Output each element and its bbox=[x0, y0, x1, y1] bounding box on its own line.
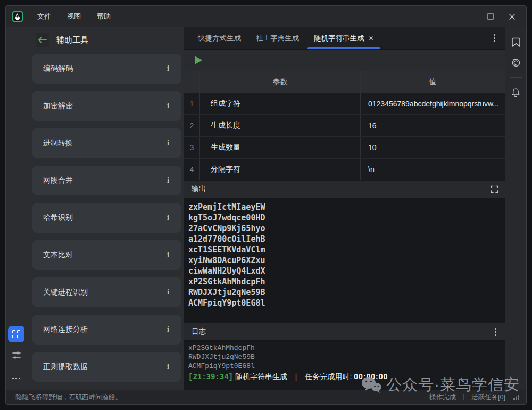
left-rail bbox=[6, 27, 27, 390]
tab-close-icon[interactable]: ✕ bbox=[369, 35, 374, 42]
output-line: 27aCvCNp9Kj65hyo bbox=[188, 223, 505, 234]
back-button[interactable] bbox=[36, 33, 49, 47]
menu-view[interactable]: 视图 bbox=[61, 9, 87, 24]
tool-label: 网段合并 bbox=[43, 176, 73, 185]
active-tasks-counter: 活跃任务[0] bbox=[471, 393, 505, 402]
info-icon[interactable]: i bbox=[167, 176, 169, 185]
log-elapsed-label: 任务完成用时: bbox=[305, 372, 352, 381]
param-value-field[interactable]: \n bbox=[361, 159, 505, 180]
info-icon[interactable]: i bbox=[167, 139, 169, 147]
app-window: 文件 视图 帮助 bbox=[5, 5, 527, 405]
app-logo-flame-icon bbox=[12, 11, 23, 22]
info-icon[interactable]: i bbox=[167, 251, 169, 259]
param-value-field[interactable]: 0123456789abcdefghijklmnopqrstuvw... bbox=[361, 93, 505, 114]
log-timestamp: [21:39:34] bbox=[188, 373, 233, 381]
output-line: ACMFpiqY9pt0EG8l bbox=[188, 298, 505, 308]
param-name: 分隔字符 bbox=[200, 159, 361, 180]
table-row: 4 分隔字符 \n bbox=[184, 158, 505, 180]
log-pane-header: 日志 bbox=[184, 323, 505, 341]
info-icon[interactable]: i bbox=[167, 363, 169, 371]
output-line: xyiNw8DAcuP6XZxu bbox=[188, 255, 505, 266]
output-textarea[interactable]: zxPemjIctMIaeyEW kgT5oJ7wdqce00HD 27aCvC… bbox=[184, 198, 505, 323]
tool-label: 进制转换 bbox=[43, 138, 73, 148]
param-value-field[interactable]: 10 bbox=[361, 137, 505, 158]
info-icon[interactable]: i bbox=[167, 288, 169, 297]
tool-label: 哈希识别 bbox=[43, 213, 73, 223]
tool-label: 加密解密 bbox=[43, 101, 73, 111]
tab-label: 社工字典生成 bbox=[256, 34, 299, 43]
log-menu-icon[interactable] bbox=[493, 326, 498, 338]
row-index: 4 bbox=[184, 159, 200, 180]
params-table-header: 参数 值 bbox=[184, 71, 505, 93]
param-name: 生成长度 bbox=[200, 115, 361, 136]
right-rail bbox=[505, 27, 526, 390]
output-line: ciwWaNH2UyQ4LxdX bbox=[188, 266, 505, 276]
main-content: 快捷方式生成 社工字典生成 随机字符串生成 ✕ bbox=[184, 27, 505, 390]
tool-card-encrypt-decrypt[interactable]: 加密解密 i bbox=[32, 91, 181, 121]
sliders-settings-button[interactable] bbox=[11, 349, 22, 361]
info-icon[interactable]: i bbox=[167, 214, 169, 222]
log-area: xP2SGtkAhMhdcpFh RWDJXJtju2qNe59B ACMFpi… bbox=[184, 341, 505, 390]
menubar: 文件 视图 帮助 bbox=[31, 9, 117, 24]
output-line: a12d7700cOilIehB bbox=[188, 234, 505, 244]
tool-card-subnet-merge[interactable]: 网段合并 i bbox=[32, 166, 181, 195]
tab-social-dict-generate[interactable]: 社工字典生成 bbox=[248, 27, 306, 49]
param-value-field[interactable]: 16 bbox=[361, 115, 505, 136]
tool-card-key-process[interactable]: 关键进程识别 i bbox=[32, 277, 181, 307]
tool-label: 网络连接分析 bbox=[43, 325, 88, 334]
log-line: RWDJXJtju2qNe59B bbox=[188, 352, 505, 362]
output-title: 输出 bbox=[192, 184, 206, 194]
tab-shortcut-generate[interactable]: 快捷方式生成 bbox=[190, 27, 248, 49]
stats-bars-icon[interactable] bbox=[513, 394, 520, 400]
menu-help[interactable]: 帮助 bbox=[91, 9, 117, 24]
log-line: ACMFpiqY9pt0EG8l bbox=[188, 362, 505, 371]
param-name: 生成数量 bbox=[200, 137, 361, 158]
apps-grid-button[interactable] bbox=[8, 326, 24, 342]
tools-panel-header: 辅助工具 bbox=[27, 27, 184, 53]
output-line: zxPemjIctMIaeyEW bbox=[188, 202, 505, 212]
tool-label: 编码解码 bbox=[43, 64, 73, 73]
info-icon[interactable]: i bbox=[167, 64, 169, 73]
more-options-button[interactable] bbox=[10, 375, 22, 381]
output-line: RWDJXJtju2qNe59B bbox=[188, 287, 505, 298]
expand-fullscreen-icon[interactable] bbox=[491, 185, 498, 193]
log-separator: ｜ bbox=[293, 372, 300, 381]
status-poem-text: 隐隐飞桥隔野烟，石矶西畔问渔船。 bbox=[15, 393, 122, 402]
output-line: xP2SGtkAhMhdcpFh bbox=[188, 276, 505, 287]
tool-card-base-conversion[interactable]: 进制转换 i bbox=[32, 128, 181, 158]
log-entry: [21:39:34] 随机字符串生成 ｜ 任务完成用时: 00:00:00 bbox=[188, 371, 505, 382]
tool-card-network-analysis[interactable]: 网络连接分析 i bbox=[32, 315, 181, 345]
tab-label: 随机字符串生成 bbox=[314, 34, 364, 43]
tab-label: 快捷方式生成 bbox=[198, 34, 241, 43]
row-index: 3 bbox=[184, 137, 200, 158]
bookmark-icon[interactable] bbox=[511, 37, 521, 47]
log-elapsed-value: 00:00:00 bbox=[354, 372, 388, 381]
status-bar: 隐隐飞桥隔野烟，石矶西畔问渔船。 操作完成 活跃任务[0] bbox=[6, 390, 526, 404]
spiral-icon[interactable] bbox=[511, 57, 521, 68]
info-icon[interactable]: i bbox=[167, 325, 169, 334]
row-index: 1 bbox=[184, 93, 200, 114]
header-value-cell: 值 bbox=[361, 71, 505, 93]
run-play-button[interactable] bbox=[194, 56, 202, 64]
run-toolbar bbox=[184, 50, 505, 71]
header-index-cell bbox=[184, 71, 200, 93]
menu-file[interactable]: 文件 bbox=[31, 9, 57, 24]
tab-random-string-generate[interactable]: 随机字符串生成 ✕ bbox=[306, 27, 381, 49]
minimize-button[interactable] bbox=[462, 10, 476, 23]
tab-overflow-menu-icon[interactable] bbox=[492, 32, 497, 44]
panel-title: 辅助工具 bbox=[56, 35, 88, 45]
tool-card-regex-extract[interactable]: 正则提取数据 i bbox=[32, 352, 181, 382]
rail-divider bbox=[11, 368, 22, 368]
tool-card-text-diff[interactable]: 文本比对 i bbox=[32, 240, 181, 270]
close-button[interactable] bbox=[505, 10, 519, 23]
tools-panel: 辅助工具 编码解码 i 加密解密 i 进制转换 i 网段合并 i bbox=[27, 27, 184, 390]
tabbar: 快捷方式生成 社工字典生成 随机字符串生成 ✕ bbox=[184, 27, 505, 50]
bell-notification-icon[interactable] bbox=[511, 87, 521, 98]
info-icon[interactable]: i bbox=[167, 102, 169, 110]
output-pane-header: 输出 bbox=[184, 180, 505, 198]
maximize-button[interactable] bbox=[484, 10, 497, 23]
tool-card-encode-decode[interactable]: 编码解码 i bbox=[32, 54, 181, 84]
log-line: xP2SGtkAhMhdcpFh bbox=[188, 343, 505, 352]
tool-card-hash-identify[interactable]: 哈希识别 i bbox=[32, 203, 181, 233]
status-divider bbox=[463, 394, 464, 400]
